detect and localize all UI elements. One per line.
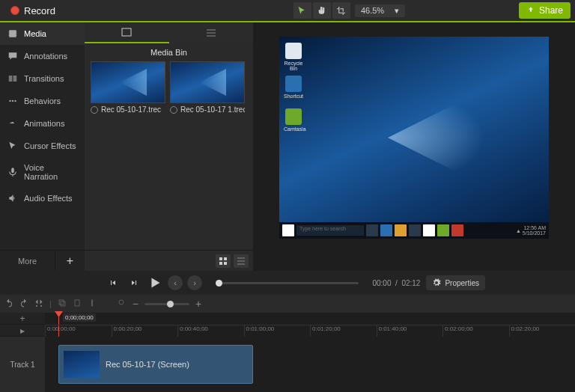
playback-controls: ‹ ›: [105, 275, 202, 291]
next-marker-button[interactable]: ›: [187, 275, 202, 290]
share-icon: [526, 6, 535, 15]
add-button[interactable]: +: [55, 251, 85, 271]
svg-rect-5: [224, 257, 227, 260]
tick: 0:01:20;00: [310, 325, 377, 337]
main-area: Media Annotations Transitions Behaviors …: [0, 22, 575, 271]
clip-label: Rec 05-10-17 (Screen): [106, 360, 189, 369]
media-clip[interactable]: Rec 05-10-17 1.trec: [170, 61, 245, 116]
next-frame-button[interactable]: [126, 275, 142, 291]
track-header[interactable]: Track 1: [0, 337, 45, 392]
zoom-plus-button[interactable]: +: [195, 298, 201, 310]
taskbar-item: [409, 224, 421, 236]
record-icon: [10, 6, 19, 15]
taskbar-item: [451, 224, 463, 236]
sidebar-item-animations[interactable]: Animations: [0, 112, 85, 135]
svg-rect-9: [61, 301, 65, 306]
tick: 0:00:40;00: [177, 325, 244, 337]
bin-tabs: [85, 22, 253, 43]
scrub-bar[interactable]: [216, 282, 359, 284]
prev-frame-button[interactable]: [105, 275, 121, 291]
timeline-tracks: Track 1 Rec 05-10-17 (Screen): [0, 337, 575, 392]
play-button[interactable]: [147, 275, 163, 291]
callout-icon: [7, 51, 18, 61]
ruler-main[interactable]: 0;00;00;00 0:00:00;00 0:00:20;00 0:00:40…: [45, 313, 575, 337]
cursor-icon: [7, 141, 18, 151]
zoom-dropdown[interactable]: 46.5% ▾: [355, 4, 405, 17]
sidebar-item-media[interactable]: Media: [0, 22, 85, 45]
sidebar-item-behaviors[interactable]: Behaviors: [0, 90, 85, 112]
sidebar: Media Annotations Transitions Behaviors …: [0, 22, 85, 271]
tick: 0:02:20;00: [509, 325, 576, 337]
media-bin: Media Bin Rec 05-10-17.trec Rec 05-10-17…: [85, 22, 253, 271]
svg-rect-10: [75, 300, 79, 306]
canvas[interactable]: Recycle Bin Shortcut Camtasia Type here …: [253, 22, 575, 271]
pan-tool[interactable]: [313, 2, 331, 19]
mic-icon: [7, 167, 18, 177]
film-icon: [7, 28, 18, 39]
sidebar-label: Cursor Effects: [24, 141, 76, 150]
share-button[interactable]: Share: [519, 2, 571, 19]
redo-button[interactable]: [19, 298, 28, 309]
bin-tab-clips[interactable]: [85, 22, 169, 43]
more-button[interactable]: More: [0, 251, 55, 271]
svg-point-1: [12, 100, 13, 102]
add-track-button[interactable]: +: [0, 313, 45, 325]
sidebar-item-voice[interactable]: Voice Narration: [0, 157, 85, 187]
tick: 0:00:00;00: [45, 325, 112, 337]
speaker-icon: [7, 193, 18, 203]
sidebar-more: More +: [0, 250, 85, 271]
bin-tab-library[interactable]: [169, 22, 254, 43]
zoom-out-button[interactable]: [118, 298, 127, 309]
clip-name: Rec 05-10-17 1.trec: [180, 105, 245, 114]
clip-name: Rec 05-10-17.trec: [101, 105, 161, 114]
cut-button[interactable]: [34, 298, 43, 309]
media-clip[interactable]: Rec 05-10-17.trec: [91, 61, 165, 116]
sidebar-item-transitions[interactable]: Transitions: [0, 67, 85, 90]
select-tool[interactable]: [293, 2, 311, 19]
clip-thumbnail: [64, 351, 100, 378]
sidebar-label: Transitions: [24, 74, 64, 83]
ruler-side: + ▸: [0, 313, 45, 337]
tick: 0:02:00;00: [442, 325, 509, 337]
tick: 0:01:40;00: [377, 325, 443, 337]
zoom-slider[interactable]: [144, 303, 189, 305]
properties-button[interactable]: Properties: [426, 275, 485, 290]
timeline-tools: | − +: [0, 295, 575, 313]
share-label: Share: [539, 5, 563, 16]
sidebar-label: Voice Narration: [24, 163, 77, 181]
time-display: 00:00 / 02:12: [372, 279, 420, 287]
zoom-value: 46.5%: [361, 6, 384, 15]
sidebar-item-annotations[interactable]: Annotations: [0, 45, 85, 67]
track-marker-button[interactable]: ▸: [0, 325, 45, 337]
undo-button[interactable]: [4, 298, 13, 309]
grid-view-button[interactable]: [216, 254, 231, 268]
timeline-clip[interactable]: Rec 05-10-17 (Screen): [58, 345, 253, 384]
time-ticks: 0:00:00;00 0:00:20;00 0:00:40;00 0:01:00…: [45, 325, 575, 337]
zoom-minus-button[interactable]: −: [133, 298, 139, 310]
canvas-tools: 46.5% ▾: [293, 2, 405, 19]
sidebar-label: Audio Effects: [24, 194, 73, 203]
tick: 0:01:00;00: [244, 325, 311, 337]
crop-tool[interactable]: [332, 2, 350, 19]
list-view-button[interactable]: [234, 254, 249, 268]
scrub-handle[interactable]: [216, 280, 222, 287]
taskbar-item: [366, 224, 378, 236]
search-box: Type here to search: [296, 225, 364, 236]
taskbar-item: [437, 224, 449, 236]
gear-icon: [432, 278, 441, 287]
track-body[interactable]: Rec 05-10-17 (Screen): [45, 337, 575, 392]
copy-button[interactable]: [58, 298, 67, 309]
record-button[interactable]: Record: [4, 3, 61, 19]
timeline-ruler: + ▸ 0;00;00;00 0:00:00;00 0:00:20;00 0:0…: [0, 313, 575, 337]
sidebar-label: Animations: [24, 119, 64, 128]
split-button[interactable]: [88, 298, 97, 309]
system-tray: ▲ 12:56 AM5/10/2017: [516, 225, 546, 236]
tick: 0:00:20;00: [112, 325, 178, 337]
prev-marker-button[interactable]: ‹: [168, 275, 183, 290]
taskbar-item: [423, 224, 435, 236]
paste-button[interactable]: [73, 298, 82, 309]
sidebar-item-audio[interactable]: Audio Effects: [0, 187, 85, 209]
recording-icon: [170, 106, 177, 114]
sidebar-item-cursor[interactable]: Cursor Effects: [0, 135, 85, 157]
list-icon: [237, 257, 246, 266]
